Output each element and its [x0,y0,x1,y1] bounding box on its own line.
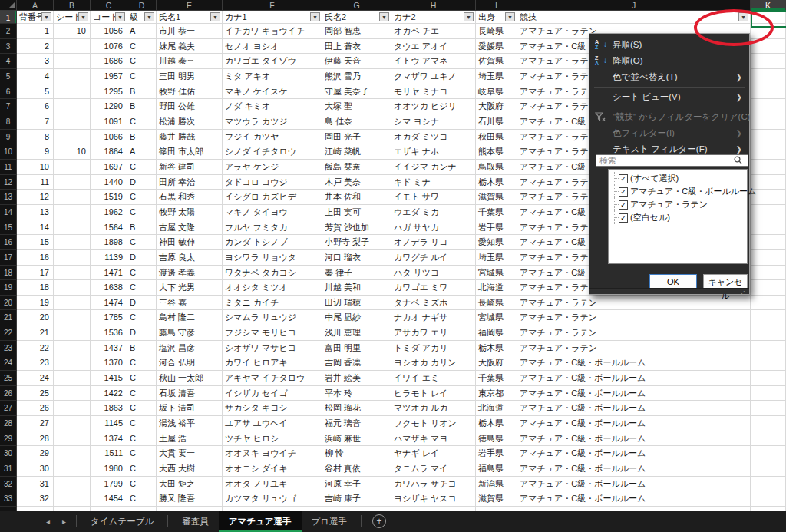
cell-H14[interactable]: ウエダ ミカ [391,205,476,220]
cell-K16[interactable] [751,235,786,250]
cell-F13[interactable]: イシグロ カズヒデ [223,190,322,205]
cell-H26[interactable]: ヒラモト レイ [391,386,476,401]
row-header-22[interactable]: 22 [0,325,17,341]
cell-J20[interactable]: アマチュア・ラテン [517,296,751,311]
cell-E13[interactable]: 石黒 和秀 [157,190,223,205]
cell-H10[interactable]: エザキ ナホ [391,144,476,160]
cell-J32[interactable]: アマチュア・C級・ボールルーム [517,477,751,492]
cell-C5[interactable]: 1957 [91,69,127,84]
cell-E9[interactable]: 藤井 勝哉 [157,130,223,145]
cell-E29[interactable]: 土屋 浩 [157,431,223,447]
cell-C3[interactable]: 1076 [91,39,127,55]
cell-A14[interactable]: 13 [17,205,54,220]
cell-D3[interactable]: C [127,39,157,55]
column-letter-I[interactable]: I [476,0,517,11]
cell-A9[interactable]: 8 [17,130,54,145]
cell-F23[interactable]: シオザワ マサヒコ [223,341,322,356]
cell-G17[interactable]: 河口 瑠衣 [322,250,391,266]
cell-I18[interactable]: 宮城県 [476,266,517,281]
cell-H16[interactable]: オノデラ リコ [391,235,476,250]
cell-B32[interactable] [54,477,91,492]
cell-F7[interactable]: ノダ キミオ [223,99,322,114]
row-header-8[interactable]: 8 [0,114,17,130]
cell-G2[interactable]: 岡部 智恵 [322,24,391,39]
cell-J25[interactable]: アマチュア・C級・ボールルーム [517,371,751,386]
cell-B25[interactable] [54,371,91,386]
cell-B17[interactable] [54,250,91,266]
cell-K17[interactable] [751,250,786,266]
cell-I4[interactable]: 佐賀県 [476,54,517,69]
cell-C6[interactable]: 1295 [91,84,127,100]
cell-A5[interactable]: 4 [17,69,54,84]
cell-F26[interactable]: イシザカ セイゴ [223,386,322,401]
row-header-1[interactable]: 1 [0,11,17,24]
cell-E2[interactable]: 市川 恭一 [157,24,223,39]
add-sheet-button[interactable]: + [372,514,386,528]
cell-B13[interactable] [54,190,91,205]
cell-E11[interactable]: 新谷 建司 [157,160,223,175]
row-header-7[interactable]: 7 [0,99,17,114]
cell-B30[interactable] [54,446,91,461]
cell-K7[interactable] [751,99,786,114]
checkbox-checked-icon[interactable]: ✓ [619,187,628,197]
cell-C4[interactable]: 1686 [91,54,127,69]
cell-H2[interactable]: オカベ チエ [391,24,476,39]
cell-B23[interactable] [54,341,91,356]
cell-B9[interactable] [54,130,91,145]
cell-D6[interactable]: B [127,84,157,100]
header-cell-I[interactable]: 出身▼ [476,11,517,24]
cell-F11[interactable]: アラヤ ケンジ [223,160,322,175]
cell-F24[interactable]: カワイ ヒロアキ [223,355,322,371]
cell-G7[interactable]: 大塚 聖 [322,99,391,114]
cell-D7[interactable]: B [127,99,157,114]
cell-C16[interactable]: 1898 [91,235,127,250]
cell-G31[interactable]: 谷村 真依 [322,461,391,477]
sheet-tab-1[interactable]: タイムテーブル [81,511,163,532]
cell-C11[interactable]: 1697 [91,160,127,175]
cell-C32[interactable]: 1799 [91,477,127,492]
cell-H8[interactable]: シマ ヨシナ [391,114,476,130]
cell-K28[interactable] [751,416,786,431]
cell-B29[interactable] [54,431,91,447]
cell-F16[interactable]: カンダ トシノブ [223,235,322,250]
cell-G29[interactable]: 浜崎 麻世 [322,431,391,447]
cell-K5[interactable] [751,69,786,84]
cell-K20[interactable] [751,296,786,311]
column-letter-K[interactable]: K [751,0,786,11]
cell-E18[interactable]: 渡邊 孝義 [157,266,223,281]
cell-A6[interactable]: 5 [17,84,54,100]
cell-I13[interactable]: 滋賀県 [476,190,517,205]
cell-C24[interactable]: 1370 [91,355,127,371]
cell-F32[interactable]: オオタ ノリユキ [223,477,322,492]
cell-G9[interactable]: 岡田 光子 [322,130,391,145]
cell-H19[interactable]: カワゴエ ミワ [391,280,476,296]
cell-H28[interactable]: フクモト リオン [391,416,476,431]
cell-A8[interactable]: 7 [17,114,54,130]
cell-E25[interactable]: 秋山 一太郎 [157,371,223,386]
cell-I9[interactable]: 秋田県 [476,130,517,145]
cell-J24[interactable]: アマチュア・C級・ボールルーム [517,355,751,371]
cell-A30[interactable]: 29 [17,446,54,461]
ok-button[interactable]: OK [649,274,697,289]
column-letter-A[interactable]: A [17,0,54,11]
cell-D5[interactable]: C [127,69,157,84]
cell-E4[interactable]: 川越 泰三 [157,54,223,69]
cell-I30[interactable]: 岩手県 [476,446,517,461]
cell-D17[interactable]: D [127,250,157,266]
cell-D24[interactable]: C [127,355,157,371]
cell-F14[interactable]: マキノ タイヨウ [223,205,322,220]
cell-D23[interactable]: B [127,341,157,356]
cell-K19[interactable] [751,280,786,296]
cell-C31[interactable]: 1980 [91,461,127,477]
cell-F19[interactable]: オオシタ ミツオ [223,280,322,296]
cell-C2[interactable]: 1056 [91,24,127,39]
cell-F31[interactable]: オオニシ ダイキ [223,461,322,477]
cell-A23[interactable]: 22 [17,341,54,356]
cell-I12[interactable]: 栃木県 [476,175,517,190]
cell-F6[interactable]: マキノ ケイスケ [223,84,322,100]
row-header-30[interactable]: 30 [0,446,17,461]
cell-I11[interactable]: 鳥取県 [476,160,517,175]
cell-D29[interactable]: C [127,431,157,447]
cell-D31[interactable]: C [127,461,157,477]
cell-I29[interactable]: 徳島県 [476,431,517,447]
